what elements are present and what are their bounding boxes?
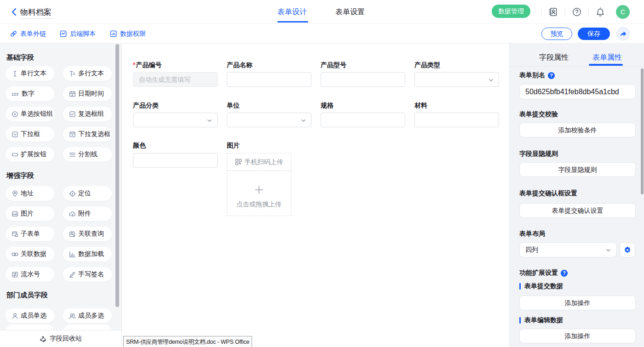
svg-text:123: 123 [12, 92, 18, 97]
